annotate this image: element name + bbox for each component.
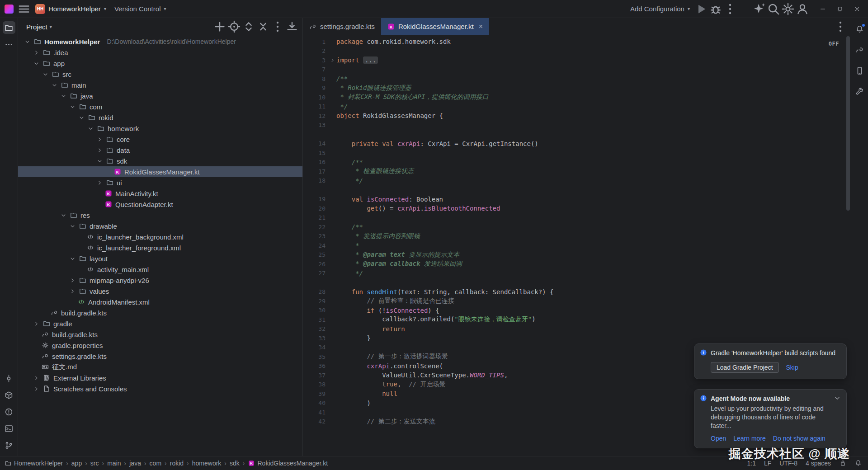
status-notifications-icon[interactable] (854, 460, 862, 467)
tree-item-ic-launcher-foreground-xml[interactable]: ic_launcher_foreground.xml (18, 242, 302, 253)
tree-item-build-gradle-kts[interactable]: build.gradle.kts (18, 307, 302, 318)
window-close-icon[interactable] (849, 2, 865, 16)
tree-item-mipmap-anydpi-v26[interactable]: mipmap-anydpi-v26 (18, 275, 302, 286)
commit-icon[interactable] (3, 372, 15, 385)
settings-gear-icon[interactable] (781, 3, 795, 15)
collapse-all-icon[interactable] (256, 20, 270, 33)
tree-item-ic-launcher-background-xml[interactable]: ic_launcher_background.xml (18, 231, 302, 242)
code-line-7[interactable]: 7 (303, 65, 851, 75)
line-number[interactable]: 33 (303, 335, 328, 342)
tree-item-rokidglassesmanager-kt[interactable]: KRokidGlassesManager.kt (18, 166, 302, 177)
tree-item-gradle-properties[interactable]: gradle.properties (18, 340, 302, 351)
ai-assistant-icon[interactable] (752, 3, 766, 15)
code-line-30[interactable]: 30 if (!isConnected) { (303, 306, 851, 315)
run-configuration-widget[interactable]: Add Configuration ▾ (627, 3, 693, 14)
code-line-29[interactable]: 29 // 前置检查：眼镜是否已连接 (303, 296, 851, 306)
user-avatar[interactable] (796, 3, 809, 15)
add-icon[interactable] (213, 20, 226, 33)
line-number[interactable]: 11 (303, 103, 328, 110)
breadcrumb-item-app[interactable]: app (71, 460, 82, 467)
code-line-2[interactable]: 2 (303, 47, 851, 56)
line-number[interactable]: 13 (303, 122, 328, 128)
tree-item-values[interactable]: values (18, 286, 302, 296)
learn-more-link[interactable]: Learn more (733, 435, 766, 442)
line-number[interactable]: 17 (303, 168, 328, 175)
tree-item-homework[interactable]: homework (18, 123, 302, 134)
line-number[interactable]: 23 (303, 233, 328, 240)
line-number[interactable]: 26 (303, 261, 328, 268)
line-number[interactable]: 21 (303, 214, 328, 221)
editor-scrollbar[interactable] (846, 36, 850, 211)
window-maximize-icon[interactable] (832, 2, 848, 16)
line-number[interactable]: 28 (303, 288, 328, 295)
code-line-21[interactable]: 21 (303, 213, 851, 223)
tab-options-icon[interactable] (834, 20, 847, 33)
line-number[interactable]: 25 (303, 251, 328, 258)
line-number[interactable]: 20 (303, 205, 328, 212)
line-number[interactable]: 42 (303, 418, 328, 425)
tab-rokidglassesmanager-kt[interactable]: KRokidGlassesManager.kt× (381, 18, 489, 35)
tree-item-settings-gradle-kts[interactable]: settings.gradle.kts (18, 351, 302, 362)
line-number[interactable]: 29 (303, 298, 328, 305)
tree-item-res[interactable]: res (18, 210, 302, 221)
tree-item-build-gradle-kts[interactable]: build.gradle.kts (18, 329, 302, 340)
git-branch-icon[interactable] (3, 439, 15, 451)
code-line-16[interactable]: 16 /** (303, 158, 851, 167)
run-icon[interactable] (694, 3, 708, 15)
code-line-15[interactable]: 15 (303, 148, 851, 158)
line-number[interactable]: 31 (303, 316, 328, 323)
do-not-show-again-link[interactable]: Do not show again (773, 435, 826, 442)
open-link[interactable]: Open (711, 435, 726, 442)
debug-icon[interactable] (709, 3, 722, 15)
breadcrumb-item-java[interactable]: java (129, 460, 141, 467)
breadcrumb-item-com[interactable]: com (150, 460, 161, 467)
tree-item-main[interactable]: main (18, 80, 302, 90)
tree-item-java[interactable]: java (18, 90, 302, 101)
tree-item-drawable[interactable]: drawable (18, 221, 302, 231)
code-line-32[interactable]: 32 return (303, 324, 851, 334)
tree-item-core[interactable]: core (18, 134, 302, 145)
breadcrumb-item-homework[interactable]: homework (192, 460, 222, 467)
tree-item-com[interactable]: com (18, 101, 302, 112)
code-line-24[interactable]: 24 * (303, 241, 851, 250)
line-number[interactable]: 19 (303, 196, 328, 202)
line-number[interactable]: 8 (303, 75, 328, 82)
more-options-icon[interactable] (271, 20, 284, 33)
line-number[interactable]: 37 (303, 372, 328, 379)
line-number[interactable]: 24 (303, 242, 328, 249)
code-line-33[interactable]: 33 } (303, 334, 851, 343)
version-control-widget[interactable]: Version Control ▾ (111, 3, 170, 14)
code-line-25[interactable]: 25 * @param text 要显示的提示文本 (303, 250, 851, 260)
gradle-icon[interactable] (854, 43, 866, 56)
tree-item-data[interactable]: data (18, 145, 302, 155)
line-number[interactable]: 14 (303, 140, 328, 147)
tree-item-rokid[interactable]: rokid (18, 112, 302, 123)
project-widget[interactable]: HH HomeworkHelper ▾ (32, 2, 110, 16)
breadcrumb-item-sdk[interactable]: sdk (230, 460, 240, 467)
line-number[interactable]: 18 (303, 177, 328, 184)
line-number[interactable]: 41 (303, 409, 328, 416)
code-line-19[interactable]: 19 val isConnected: Boolean (303, 195, 851, 204)
tree-item-app[interactable]: app (18, 58, 302, 69)
tab-settings-gradle-kts[interactable]: settings.gradle.kts (303, 18, 381, 35)
more-tool-windows-icon[interactable] (3, 38, 15, 51)
line-number[interactable]: 39 (303, 390, 328, 397)
device-manager-icon[interactable] (854, 64, 866, 77)
tree-item-ui[interactable]: ui (18, 177, 302, 188)
main-menu-icon[interactable] (17, 3, 31, 15)
line-number[interactable]: 35 (303, 353, 328, 360)
line-number[interactable]: 7 (303, 66, 328, 73)
breadcrumb-item-rokid[interactable]: rokid (170, 460, 184, 467)
code-line-17[interactable]: 17 * 检查眼镜连接状态 (303, 167, 851, 176)
code-line-26[interactable]: 26 * @param callback 发送结果回调 (303, 259, 851, 269)
line-number[interactable]: 9 (303, 85, 328, 91)
breadcrumb-item-homeworkhelper[interactable]: HomeworkHelper (5, 460, 63, 467)
assistant-icon[interactable] (854, 85, 866, 98)
tree-item-gradle[interactable]: gradle (18, 318, 302, 329)
breadcrumb-item-src[interactable]: src (90, 460, 99, 467)
tree-item-idea[interactable]: .idea (18, 47, 302, 58)
line-number[interactable]: 36 (303, 362, 328, 369)
line-number[interactable]: 38 (303, 381, 328, 388)
line-number[interactable]: 1 (303, 38, 328, 45)
tree-item-androidmanifest-xml[interactable]: AndroidManifest.xml (18, 296, 302, 307)
